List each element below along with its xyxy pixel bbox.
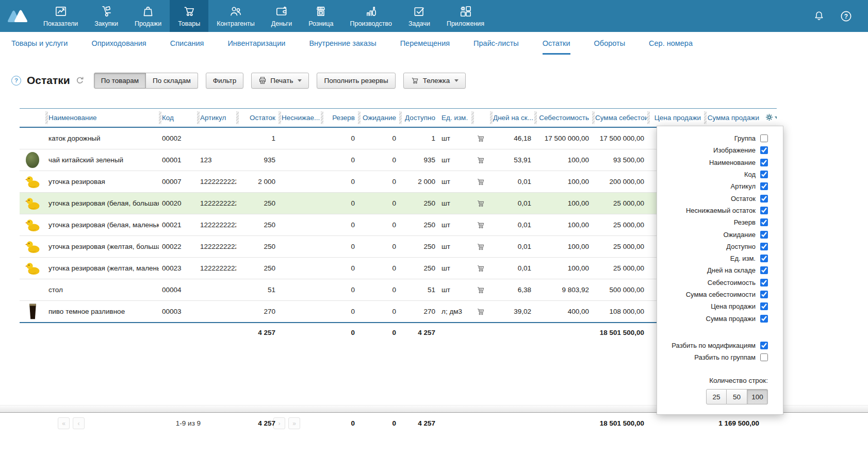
column-resize-handle[interactable] — [358, 111, 361, 124]
column-resize-handle[interactable] — [236, 111, 239, 124]
column-toggle-cost[interactable]: Себестоимость — [664, 277, 768, 289]
column-resize-handle[interactable] — [592, 111, 595, 124]
cell-cart[interactable] — [471, 193, 490, 214]
tab-internal-orders[interactable]: Внутренние заказы — [309, 32, 376, 55]
column-toggle-image-checkbox[interactable] — [760, 146, 768, 154]
add-to-trolley-cart-icon[interactable] — [476, 177, 485, 187]
help-icon[interactable]: ? — [840, 10, 853, 23]
nav-item-counterparties[interactable]: Контрагенты — [208, 0, 263, 32]
col-header-stock[interactable]: Остаток — [236, 109, 279, 128]
column-toggle-days-checkbox[interactable] — [760, 266, 768, 274]
trolley-button[interactable]: Тележка — [403, 73, 466, 89]
cell-cart[interactable] — [471, 171, 490, 193]
tab-serial-numbers[interactable]: Сер. номера — [649, 32, 693, 55]
column-resize-handle[interactable] — [399, 111, 402, 124]
column-toggle-days[interactable]: Дней на складе — [664, 264, 768, 276]
column-toggle-price-sum[interactable]: Сумма продажи — [664, 312, 768, 324]
add-to-trolley-cart-icon[interactable] — [476, 199, 485, 208]
nav-item-indicators[interactable]: Показатели — [35, 0, 86, 32]
option-split-by-modifications-checkbox[interactable] — [760, 342, 768, 349]
rows-count-50-button[interactable]: 50 — [727, 389, 747, 404]
option-split-by-groups-checkbox[interactable] — [760, 353, 768, 361]
replenish-reserves-button[interactable]: Пополнить резервы — [317, 73, 395, 89]
nav-item-tasks[interactable]: Задачи — [400, 0, 438, 32]
print-button[interactable]: Печать — [251, 73, 309, 89]
rows-count-25-button[interactable]: 25 — [706, 389, 727, 404]
tab-goods-services[interactable]: Товары и услуги — [11, 32, 68, 55]
add-to-trolley-cart-icon[interactable] — [476, 264, 485, 273]
add-to-trolley-cart-icon[interactable] — [476, 285, 485, 295]
cell-cart[interactable] — [471, 301, 490, 323]
column-toggle-price[interactable]: Цена продажи — [664, 300, 768, 312]
column-toggle-unit[interactable]: Ед. изм. — [664, 252, 768, 264]
nav-item-retail[interactable]: Розница — [300, 0, 341, 32]
column-toggle-code-checkbox[interactable] — [760, 171, 768, 178]
refresh-icon[interactable] — [76, 76, 84, 85]
tab-inventories[interactable]: Инвентаризации — [227, 32, 285, 55]
add-to-trolley-cart-icon[interactable] — [476, 307, 485, 316]
col-header-price_sum[interactable]: Сумма продажи — [704, 109, 762, 128]
column-resize-handle[interactable] — [321, 111, 323, 124]
tab-stock[interactable]: Остатки — [543, 32, 570, 55]
tab-movements[interactable]: Перемещения — [400, 32, 450, 55]
column-toggle-awaiting[interactable]: Ожидание — [664, 228, 768, 240]
col-header-days[interactable]: Дней на ск... — [490, 109, 534, 128]
column-resize-handle[interactable] — [471, 111, 474, 124]
nav-item-apps[interactable]: Приложения — [438, 0, 493, 32]
column-toggle-group-checkbox[interactable] — [760, 134, 768, 142]
col-header-awaiting[interactable]: Ожидание — [358, 109, 399, 128]
cell-cart[interactable] — [471, 279, 490, 301]
notifications-bell-icon[interactable] — [813, 10, 825, 22]
column-toggle-unit-checkbox[interactable] — [760, 255, 768, 262]
column-toggle-price-checkbox[interactable] — [760, 302, 768, 310]
add-to-trolley-cart-icon[interactable] — [476, 221, 485, 230]
column-toggle-group[interactable]: Группа — [664, 132, 768, 144]
column-toggle-available-checkbox[interactable] — [760, 243, 768, 250]
tab-turnovers[interactable]: Обороты — [594, 32, 626, 55]
cell-cart[interactable] — [471, 258, 490, 279]
tab-price-lists[interactable]: Прайс-листы — [473, 32, 519, 55]
tab-writeoffs[interactable]: Списания — [170, 32, 204, 55]
toggle-by-goods[interactable]: По товарам — [94, 73, 146, 89]
column-toggle-image[interactable]: Изображение — [664, 144, 768, 156]
column-resize-handle[interactable] — [534, 111, 537, 124]
column-toggle-article-checkbox[interactable] — [760, 182, 768, 190]
column-toggle-min-stock-checkbox[interactable] — [760, 207, 768, 214]
filter-button[interactable]: Фильтр — [206, 73, 243, 89]
col-header-min_stock[interactable]: Неснижае... — [279, 109, 321, 128]
column-toggle-reserve-checkbox[interactable] — [760, 218, 768, 226]
cell-cart[interactable] — [471, 236, 490, 258]
column-resize-handle[interactable] — [704, 111, 707, 124]
col-header-code[interactable]: Код — [159, 109, 197, 128]
add-to-trolley-cart-icon[interactable] — [476, 134, 485, 143]
column-toggle-awaiting-checkbox[interactable] — [760, 231, 768, 239]
cell-cart[interactable] — [471, 214, 490, 236]
column-toggle-cost-sum-checkbox[interactable] — [760, 291, 768, 298]
option-split-by-modifications[interactable]: Разбить по модификациям — [664, 340, 768, 351]
column-toggle-name[interactable]: Наименование — [664, 157, 768, 168]
col-header-cost[interactable]: Себестоимость — [534, 109, 592, 128]
column-toggle-available[interactable]: Доступно — [664, 241, 768, 252]
column-toggle-min-stock[interactable]: Неснижаемый остаток — [664, 205, 768, 216]
rows-count-100-button[interactable]: 100 — [747, 389, 768, 404]
column-toggle-article[interactable]: Артикул — [664, 180, 768, 192]
cell-cart[interactable] — [471, 149, 490, 171]
page-help-icon[interactable]: ? — [11, 76, 21, 86]
col-header-article[interactable]: Артикул — [197, 109, 236, 128]
column-toggle-cost-sum[interactable]: Сумма себестоимости — [664, 289, 768, 300]
column-resize-handle[interactable] — [45, 111, 48, 124]
option-split-by-groups[interactable]: Разбить по группам — [664, 351, 768, 363]
column-resize-handle[interactable] — [647, 111, 650, 124]
column-toggle-stock-checkbox[interactable] — [760, 195, 768, 202]
col-header-price[interactable]: Цена продажи — [647, 109, 704, 128]
column-toggle-stock[interactable]: Остаток — [664, 192, 768, 204]
nav-item-sales[interactable]: Продажи — [126, 0, 170, 32]
column-toggle-name-checkbox[interactable] — [760, 159, 768, 166]
column-toggle-cost-checkbox[interactable] — [760, 279, 768, 286]
column-toggle-reserve[interactable]: Резерв — [664, 216, 768, 228]
column-resize-handle[interactable] — [159, 111, 161, 124]
col-header-cost_sum[interactable]: Сумма себестои... — [592, 109, 647, 128]
moysklad-logo-icon[interactable] — [0, 0, 35, 32]
nav-item-production[interactable]: Производство — [341, 0, 400, 32]
column-settings-gear-button[interactable] — [762, 109, 777, 128]
